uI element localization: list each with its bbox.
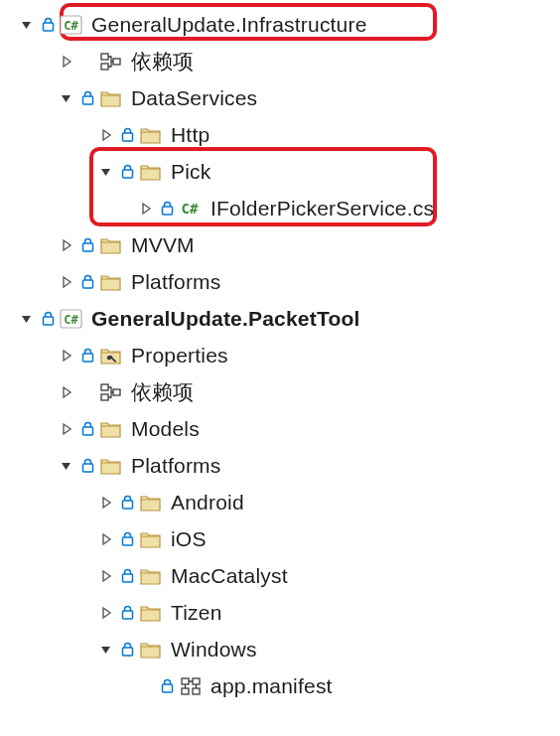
chevron-right-icon[interactable]: [58, 383, 75, 401]
dependencies-icon: [99, 381, 123, 403]
chevron-right-icon[interactable]: [97, 530, 115, 548]
node-label: iOS: [171, 527, 207, 551]
csharp-file-icon: [179, 198, 203, 220]
node-label: Http: [171, 123, 210, 147]
file-ifolderpickerservice[interactable]: IFolderPickerService.cs: [0, 190, 560, 226]
node-label: Tizen: [171, 601, 222, 625]
folder-tizen[interactable]: Tizen: [0, 594, 560, 631]
folder-platforms-1[interactable]: Platforms: [0, 263, 560, 300]
lock-icon: [79, 420, 95, 438]
folder-icon: [139, 161, 163, 183]
folder-icon: [139, 602, 163, 624]
node-label: IFolderPickerService.cs: [210, 197, 434, 221]
folder-icon: [99, 418, 123, 440]
folder-ios[interactable]: iOS: [0, 520, 560, 557]
lock-icon: [119, 604, 135, 622]
project-label: GeneralUpdate.Infrastructure: [91, 13, 367, 37]
folder-android[interactable]: Android: [0, 484, 560, 520]
chevron-right-icon[interactable]: [97, 604, 115, 622]
project-label: GeneralUpdate.PacketTool: [91, 307, 360, 331]
folder-models[interactable]: Models: [0, 410, 560, 447]
node-label: DataServices: [131, 86, 257, 110]
folder-dataservices[interactable]: DataServices: [0, 79, 560, 116]
folder-wrench-icon: [99, 345, 123, 367]
node-label: Android: [171, 491, 244, 515]
lock-icon: [79, 347, 95, 365]
chevron-down-icon[interactable]: [18, 310, 36, 328]
chevron-right-icon[interactable]: [58, 420, 75, 438]
chevron-right-icon[interactable]: [58, 347, 75, 365]
folder-icon: [99, 234, 123, 256]
node-label: MVVM: [131, 233, 195, 257]
chevron-right-icon[interactable]: [97, 126, 115, 144]
lock-icon: [40, 16, 56, 34]
chevron-right-icon[interactable]: [97, 567, 115, 585]
dependencies-icon: [99, 51, 123, 73]
lock-icon: [79, 236, 95, 254]
lock-icon: [159, 200, 175, 218]
project-infrastructure[interactable]: GeneralUpdate.Infrastructure: [0, 6, 560, 43]
node-label: Platforms: [131, 270, 221, 294]
manifest-icon: [179, 675, 203, 697]
node-dependencies[interactable]: 依赖项: [0, 43, 560, 79]
chevron-down-icon[interactable]: [97, 163, 115, 181]
node-label: 依赖项: [131, 378, 195, 406]
node-label: app.manifest: [210, 674, 333, 698]
node-label: 依赖项: [131, 48, 195, 75]
folder-icon: [139, 639, 163, 661]
folder-icon: [99, 455, 123, 477]
chevron-right-icon[interactable]: [137, 200, 155, 218]
folder-icon: [139, 528, 163, 550]
node-label: Platforms: [131, 454, 221, 478]
node-label: Properties: [131, 344, 228, 368]
chevron-down-icon[interactable]: [58, 89, 75, 107]
chevron-right-icon[interactable]: [97, 494, 115, 512]
folder-platforms-2[interactable]: Platforms: [0, 447, 560, 484]
chevron-down-icon[interactable]: [58, 457, 75, 475]
folder-mvvm[interactable]: MVVM: [0, 226, 560, 263]
folder-http[interactable]: Http: [0, 116, 560, 153]
folder-icon: [99, 271, 123, 293]
csharp-project-icon: [60, 14, 83, 36]
lock-icon: [119, 126, 135, 144]
folder-icon: [139, 492, 163, 514]
folder-pick[interactable]: Pick: [0, 153, 560, 190]
node-label: Models: [131, 417, 200, 441]
chevron-down-icon[interactable]: [97, 641, 115, 659]
lock-icon: [79, 89, 95, 107]
lock-icon: [40, 310, 56, 328]
csharp-project-icon: [60, 308, 83, 330]
folder-icon: [139, 124, 163, 146]
lock-icon: [119, 641, 135, 659]
node-label: Windows: [171, 638, 257, 662]
lock-icon: [119, 567, 135, 585]
solution-tree: GeneralUpdate.Infrastructure 依赖项 DataSer…: [0, 0, 560, 704]
project-packettool[interactable]: GeneralUpdate.PacketTool: [0, 300, 560, 337]
folder-icon: [99, 87, 123, 109]
folder-windows[interactable]: Windows: [0, 631, 560, 667]
node-label: MacCatalyst: [171, 564, 288, 588]
chevron-right-icon[interactable]: [58, 273, 75, 291]
chevron-down-icon[interactable]: [18, 16, 36, 34]
lock-icon: [159, 677, 175, 695]
folder-icon: [139, 565, 163, 587]
chevron-right-icon[interactable]: [58, 53, 75, 71]
file-app-manifest[interactable]: app.manifest: [0, 667, 560, 704]
lock-icon: [79, 273, 95, 291]
node-dependencies-2[interactable]: 依赖项: [0, 373, 560, 410]
lock-icon: [119, 530, 135, 548]
chevron-right-icon[interactable]: [58, 236, 75, 254]
folder-maccatalyst[interactable]: MacCatalyst: [0, 557, 560, 594]
lock-icon: [119, 494, 135, 512]
lock-icon: [79, 457, 95, 475]
node-label: Pick: [171, 160, 210, 184]
lock-icon: [119, 163, 135, 181]
folder-properties[interactable]: Properties: [0, 337, 560, 373]
